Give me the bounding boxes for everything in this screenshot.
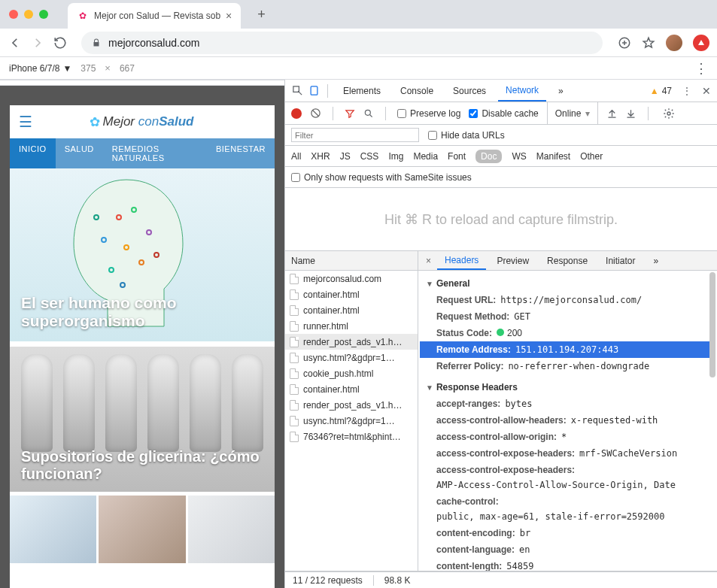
search-icon[interactable] [363, 108, 374, 119]
kv-response-header: cache-control:public, max-age=61, stale-… [420, 493, 715, 525]
forward-button[interactable] [30, 35, 45, 50]
site-tab-bienestar[interactable]: BIENESTAR [207, 138, 275, 168]
response-headers-section-header[interactable]: ▼Response Headers [420, 379, 715, 396]
kv-remote-address: Remote Address:151.101.194.207:443 [420, 341, 715, 358]
device-preview-pane: ☰ ✿ Mejor conSalud INICIO SALUD REMEDIOS… [0, 80, 284, 588]
request-row[interactable]: render_post_ads_v1.h… [285, 397, 418, 413]
request-row[interactable]: usync.html?&gdpr=1… [285, 350, 418, 365]
devtools-close-icon[interactable]: ✕ [702, 85, 711, 97]
hero-title: El ser humano como superorganismo [21, 294, 275, 330]
file-icon [290, 321, 299, 332]
preserve-log-checkbox[interactable]: Preserve log [397, 108, 460, 119]
profile-avatar[interactable] [666, 35, 682, 51]
new-tab-button[interactable]: + [257, 7, 266, 23]
request-row[interactable]: cookie_push.html [285, 365, 418, 381]
type-filter-ws[interactable]: WS [512, 151, 526, 162]
lock-icon [92, 38, 101, 47]
device-bar-menu[interactable]: ⋮ [694, 60, 708, 77]
devtools-menu[interactable]: ⋮ [682, 86, 691, 96]
general-section-header[interactable]: ▼General [420, 275, 715, 292]
clear-button[interactable] [310, 108, 321, 119]
device-selector[interactable]: iPhone 6/7/8 ▼ [9, 63, 71, 74]
site-tab-salud[interactable]: SALUD [56, 138, 103, 168]
brand-logo[interactable]: ✿ Mejor conSalud [90, 114, 194, 130]
kv-response-header: content-length:54859 [420, 558, 715, 571]
kv-response-header: access-control-allow-headers:x-requested… [420, 412, 715, 429]
site-tab-remedios[interactable]: REMEDIOS NATURALES [103, 138, 207, 168]
type-filter-font[interactable]: Font [448, 151, 466, 162]
record-button[interactable] [291, 108, 302, 119]
request-row[interactable]: usync.html?&gdpr=1… [285, 413, 418, 429]
filter-input[interactable] [291, 128, 419, 142]
request-row[interactable]: render_post_ads_v1.h… [285, 334, 418, 350]
detail-tab-headers[interactable]: Headers [437, 251, 486, 270]
reload-button[interactable] [53, 35, 68, 50]
tab-more[interactable]: » [551, 80, 571, 102]
request-row[interactable]: container.html [285, 302, 418, 318]
back-button[interactable] [8, 35, 23, 50]
scrollbar[interactable] [709, 272, 715, 377]
svg-point-14 [365, 110, 370, 115]
tab-elements[interactable]: Elements [336, 80, 388, 102]
thumbnail-3[interactable] [188, 496, 275, 563]
maximize-window-button[interactable] [39, 10, 48, 19]
disable-cache-checkbox[interactable]: Disable cache [469, 108, 538, 119]
samesite-checkbox[interactable]: Only show requests with SameSite issues [291, 172, 472, 183]
type-filter-media[interactable]: Media [413, 151, 438, 162]
hide-data-urls-checkbox[interactable]: Hide data URLs [428, 130, 505, 141]
type-filter-manifest[interactable]: Manifest [536, 151, 570, 162]
site-header: ☰ ✿ Mejor conSalud [10, 105, 275, 138]
warnings-badge[interactable]: ▲ 47 [650, 86, 672, 96]
settings-gear-icon[interactable] [663, 108, 675, 120]
article-card-2[interactable]: Supositorios de glicerina: ¿cómo funcion… [10, 341, 275, 492]
viewport-height[interactable]: 667 [120, 63, 135, 74]
request-list: Name mejorconsalud.comcontainer.htmlcont… [285, 251, 418, 571]
close-detail-icon[interactable]: × [423, 256, 434, 266]
device-toggle-icon[interactable] [308, 85, 320, 97]
hamburger-icon[interactable]: ☰ [19, 113, 32, 131]
browser-tab[interactable]: ✿ Mejor con Salud — Revista sob × [68, 3, 241, 29]
thumbnail-2[interactable] [99, 496, 185, 563]
filter-icon[interactable] [345, 108, 355, 119]
address-bar[interactable]: mejorconsalud.com [81, 32, 603, 54]
thumbnail-1[interactable] [10, 496, 96, 563]
tab-network[interactable]: Network [498, 80, 546, 102]
status-request-count: 11 / 212 requests [293, 575, 363, 586]
bookmark-star-icon[interactable] [642, 36, 655, 50]
close-tab-icon[interactable]: × [226, 10, 232, 22]
close-window-button[interactable] [9, 10, 18, 19]
detail-tab-initiator[interactable]: Initiator [598, 251, 643, 270]
kv-request-url: Request URL:https://mejorconsalud.com/ [420, 292, 715, 308]
request-row[interactable]: container.html [285, 381, 418, 397]
upload-har-icon[interactable] [606, 108, 618, 119]
detail-tab-preview[interactable]: Preview [489, 251, 536, 270]
type-filter-doc[interactable]: Doc [475, 150, 502, 163]
file-icon [290, 432, 299, 442]
detail-tab-more[interactable]: » [646, 251, 666, 270]
request-row[interactable]: container.html [285, 286, 418, 302]
request-row[interactable]: mejorconsalud.com [285, 271, 418, 286]
site-tab-inicio[interactable]: INICIO [10, 138, 56, 168]
request-row[interactable]: 76346?ret=html&phint… [285, 429, 418, 444]
type-filter-css[interactable]: CSS [360, 151, 379, 162]
type-filter-js[interactable]: JS [340, 151, 351, 162]
throttling-selector[interactable]: Online ▾ [547, 102, 599, 124]
type-filter-all[interactable]: All [291, 151, 301, 162]
minimize-window-button[interactable] [24, 10, 33, 19]
type-filter-img[interactable]: Img [388, 151, 403, 162]
type-filter-other[interactable]: Other [580, 151, 603, 162]
hero-article[interactable]: El ser humano como superorganismo [10, 168, 275, 341]
tab-sources[interactable]: Sources [445, 80, 494, 102]
download-har-icon[interactable] [625, 108, 636, 119]
extension-badge[interactable] [693, 35, 709, 51]
inspect-icon[interactable] [291, 85, 303, 97]
type-filter-xhr[interactable]: XHR [311, 151, 330, 162]
install-icon[interactable] [618, 36, 631, 50]
request-row[interactable]: runner.html [285, 318, 418, 334]
tab-console[interactable]: Console [393, 80, 441, 102]
emulated-page[interactable]: ☰ ✿ Mejor conSalud INICIO SALUD REMEDIOS… [10, 105, 275, 588]
file-icon [290, 289, 299, 300]
name-column-header[interactable]: Name [285, 251, 418, 271]
detail-tab-response[interactable]: Response [539, 251, 595, 270]
viewport-width[interactable]: 375 [81, 63, 96, 74]
